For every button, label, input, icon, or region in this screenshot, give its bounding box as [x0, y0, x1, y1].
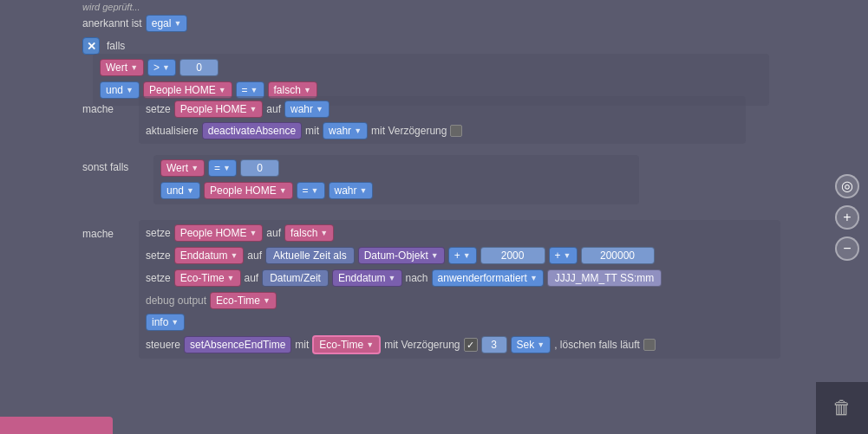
target-button[interactable]: ◎: [835, 174, 859, 198]
plus-op-1[interactable]: + ▼: [448, 247, 477, 264]
value-200000[interactable]: 200000: [581, 247, 655, 264]
aktuelle-zeit-block[interactable]: Aktuelle Zeit als: [265, 247, 355, 264]
op-eq-2[interactable]: = ▼: [208, 159, 237, 177]
mache1-label: mache: [82, 102, 114, 115]
top-cutoff-text: wird geprüft...: [82, 2, 140, 12]
info-dropdown[interactable]: info ▼: [146, 314, 185, 331]
eco-time-dropdown-1[interactable]: Eco-Time ▼: [174, 269, 241, 287]
eco-time-dropdown-2[interactable]: Eco-Time ▼: [210, 292, 277, 309]
egal-dropdown[interactable]: egal ▼: [146, 15, 188, 32]
enddatum-dropdown[interactable]: Enddatum ▼: [174, 247, 245, 264]
enddatum-source-dropdown[interactable]: Enddatum ▼: [332, 269, 402, 287]
mache2-indent: setze People HOME ▼ auf falsch ▼ setze E…: [139, 220, 780, 359]
condition2-row: Wert ▼ = ▼ 0: [160, 159, 632, 177]
aktualisiere-row: aktualisiere deactivateAbsence mit wahr …: [146, 122, 739, 139]
und2-row: und ▼ People HOME ▼ = ▼ wahr ▼: [160, 182, 632, 199]
bottom-pink-strip: [0, 417, 113, 434]
sonst-falls-indent: Wert ▼ = ▼ 0 und ▼ People HOME ▼ = ▼: [153, 155, 639, 204]
setze4-row: setze Eco-Time ▼ auf Datum/Zeit Enddatum…: [146, 269, 773, 287]
sonst-falls-row: sonst falls: [82, 161, 128, 173]
egal-dropdown-arrow: ▼: [173, 19, 181, 28]
datum-zeit-label: Datum/Zeit: [262, 269, 329, 287]
setze1-row: setze People HOME ▼ auf wahr ▼: [146, 100, 739, 118]
anwenderformatiert-dropdown[interactable]: anwenderformatiert ▼: [432, 269, 544, 287]
delay-value[interactable]: 3: [481, 336, 507, 353]
eq-op-3[interactable]: = ▼: [297, 182, 325, 199]
people-home-2[interactable]: People HOME ▼: [204, 182, 293, 199]
date-calc-block: Aktuelle Zeit als Datum-Objekt ▼ + ▼ 200…: [265, 247, 655, 264]
value-0-2[interactable]: 0: [240, 159, 279, 177]
people-home-3[interactable]: People HOME ▼: [174, 224, 264, 242]
loschen-toggle[interactable]: [643, 339, 656, 351]
steuere-row: steuere setAbsenceEndTime mit Eco-Time ▼…: [146, 335, 773, 354]
main-container: wird geprüft... anerkannt ist egal ▼ ✕ f…: [0, 0, 868, 434]
deactivate-absence-block[interactable]: deactivateAbsence: [202, 122, 302, 139]
wert-dropdown-1[interactable]: Wert ▼: [100, 59, 144, 76]
op-gt-1[interactable]: > ▼: [147, 59, 176, 76]
anerkannt-row: anerkannt ist egal ▼: [82, 15, 187, 32]
setze2-row: setze People HOME ▼ auf falsch ▼: [146, 224, 773, 242]
value-0-1[interactable]: 0: [179, 59, 219, 76]
eco-time-dropdown-3[interactable]: Eco-Time ▼: [312, 335, 381, 354]
info-row: info ▼: [146, 314, 773, 331]
tick-check[interactable]: ✓: [464, 338, 478, 352]
right-controls: ◎ + −: [835, 174, 859, 261]
und2-dropdown[interactable]: und ▼: [160, 182, 200, 199]
wahr-dropdown-2[interactable]: wahr ▼: [323, 122, 368, 139]
people-home-set[interactable]: People HOME ▼: [174, 100, 264, 118]
und1-dropdown[interactable]: und ▼: [100, 81, 140, 99]
zoom-in-button[interactable]: +: [835, 205, 859, 230]
sonst-falls-label: sonst falls: [82, 161, 128, 173]
wert-dropdown-2[interactable]: Wert ▼: [160, 159, 205, 177]
set-absence-end-time-block[interactable]: setAbsenceEndTime: [184, 336, 291, 353]
format-string[interactable]: JJJJ_MM_TT SS:mm: [547, 269, 662, 287]
debug-row: debug output Eco-Time ▼: [146, 292, 773, 309]
setze3-row: setze Enddatum ▼ auf Aktuelle Zeit als D…: [146, 247, 773, 264]
falls-label: falls: [107, 40, 125, 52]
plus-op-2[interactable]: + ▼: [549, 247, 578, 264]
top-cutoff-row: wird geprüft...: [0, 0, 832, 14]
condition1-row: Wert ▼ > ▼ 0: [100, 59, 762, 76]
mache1-indent: setze People HOME ▼ auf wahr ▼ aktualisi…: [139, 96, 746, 144]
trash-area[interactable]: 🗑: [816, 382, 868, 434]
mache2-label: mache: [82, 227, 114, 240]
sek-dropdown[interactable]: Sek ▼: [511, 336, 551, 353]
datum-objekt-dropdown[interactable]: Datum-Objekt ▼: [358, 247, 445, 264]
trash-icon: 🗑: [832, 397, 852, 419]
falsch-dropdown-2[interactable]: falsch ▼: [284, 224, 334, 242]
verzogerung-toggle-1[interactable]: [450, 125, 462, 137]
anerkannt-label: anerkannt ist: [82, 17, 142, 29]
falls-icon[interactable]: ✕: [82, 37, 100, 55]
value-2000[interactable]: 2000: [480, 247, 545, 264]
falls-row: ✕ falls: [82, 37, 125, 55]
zoom-out-button[interactable]: −: [835, 236, 859, 261]
wahr-dropdown-1[interactable]: wahr ▼: [284, 100, 330, 118]
wahr-dropdown-3[interactable]: wahr ▼: [329, 182, 374, 199]
